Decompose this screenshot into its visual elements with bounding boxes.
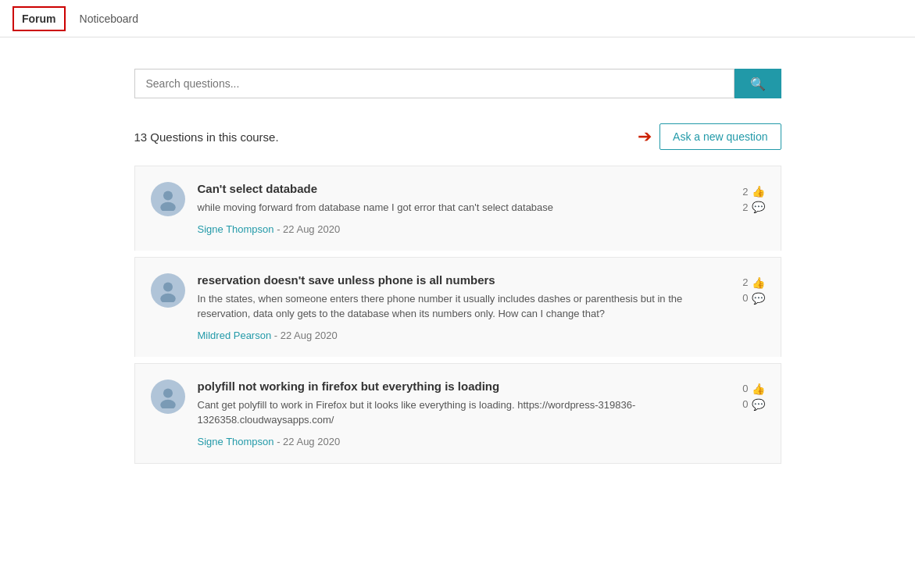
likes-count-2: 2 (742, 276, 748, 288)
question-meta-1: Signe Thompson - 22 Aug 2020 (198, 223, 713, 235)
nav-forum[interactable]: Forum (13, 6, 66, 31)
main-content: 🔍 13 Questions in this course. ➔ Ask a n… (122, 69, 794, 464)
comments-count-3: 0 (742, 398, 748, 410)
comments-count-2: 0 (742, 292, 748, 304)
question-author-3[interactable]: Signe Thompson (198, 436, 274, 447)
comments-count-1: 2 (742, 201, 748, 213)
likes-count-1: 2 (742, 186, 748, 198)
question-stats-2: 2 👍 0 💬 (726, 273, 765, 305)
ask-question-button[interactable]: Ask a new question (659, 123, 781, 150)
search-row: 🔍 (134, 69, 781, 98)
questions-list: Can't select databade while moving forwa… (134, 166, 781, 464)
avatar-3 (151, 380, 185, 414)
svg-point-4 (163, 388, 173, 397)
questions-count: 13 Questions in this course. (134, 130, 279, 144)
question-date-1: - 22 Aug 2020 (277, 223, 340, 235)
question-title-3: polyfill not working in firefox but ever… (198, 380, 713, 393)
stat-likes-2: 2 👍 (742, 276, 764, 289)
svg-point-2 (163, 282, 173, 291)
likes-count-3: 0 (742, 383, 748, 394)
search-icon: 🔍 (750, 77, 766, 91)
svg-point-5 (160, 399, 176, 408)
question-text-3: Cant get polyfill to work in Firefox but… (198, 397, 713, 428)
question-meta-2: Mildred Pearson - 22 Aug 2020 (198, 330, 713, 341)
stat-likes-3: 0 👍 (742, 383, 764, 395)
stat-likes-1: 2 👍 (742, 185, 764, 198)
question-title-1: Can't select databade (198, 182, 713, 195)
question-date-2: - 22 Aug 2020 (274, 330, 338, 341)
card-divider-2 (134, 357, 781, 363)
svg-point-0 (163, 191, 173, 201)
question-card-1: Can't select databade while moving forwa… (134, 166, 781, 251)
thumbsup-icon-2: 👍 (752, 276, 765, 289)
question-author-2[interactable]: Mildred Pearson (198, 330, 272, 341)
question-text-1: while moving forward from database name … (198, 200, 713, 216)
stat-comments-1: 2 💬 (742, 201, 764, 213)
nav-bar: Forum Noticeboard (0, 0, 915, 37)
search-button[interactable]: 🔍 (735, 69, 781, 98)
question-body-3: polyfill not working in firefox but ever… (198, 380, 713, 447)
questions-header: 13 Questions in this course. ➔ Ask a new… (134, 123, 781, 150)
question-stats-3: 0 👍 0 💬 (726, 380, 765, 411)
comment-icon-3: 💬 (752, 398, 765, 411)
nav-noticeboard[interactable]: Noticeboard (72, 8, 147, 30)
avatar-1 (151, 182, 185, 216)
avatar-2 (151, 273, 185, 308)
stat-comments-2: 0 💬 (742, 292, 764, 305)
question-body-2: reservation doesn't save unless phone is… (198, 273, 713, 341)
question-card-2: reservation doesn't save unless phone is… (134, 257, 781, 357)
ask-question-row: ➔ Ask a new question (638, 123, 781, 150)
question-body-1: Can't select databade while moving forwa… (198, 182, 713, 235)
stat-comments-3: 0 💬 (742, 398, 764, 411)
comment-icon-1: 💬 (752, 201, 765, 213)
thumbsup-icon-3: 👍 (752, 383, 765, 395)
question-card-3: polyfill not working in firefox but ever… (134, 363, 781, 464)
svg-point-3 (160, 293, 176, 301)
comment-icon-2: 💬 (752, 292, 765, 305)
question-text-2: In the states, when someone enters there… (198, 291, 713, 322)
search-input[interactable] (134, 69, 735, 98)
card-divider-1 (134, 251, 781, 257)
question-stats-1: 2 👍 2 💬 (726, 182, 765, 213)
question-meta-3: Signe Thompson - 22 Aug 2020 (198, 436, 713, 447)
question-title-2: reservation doesn't save unless phone is… (198, 273, 713, 287)
thumbsup-icon-1: 👍 (752, 185, 765, 198)
arrow-right-icon: ➔ (638, 127, 652, 147)
question-author-1[interactable]: Signe Thompson (198, 223, 274, 235)
svg-point-1 (160, 202, 176, 211)
question-date-3: - 22 Aug 2020 (277, 436, 340, 447)
